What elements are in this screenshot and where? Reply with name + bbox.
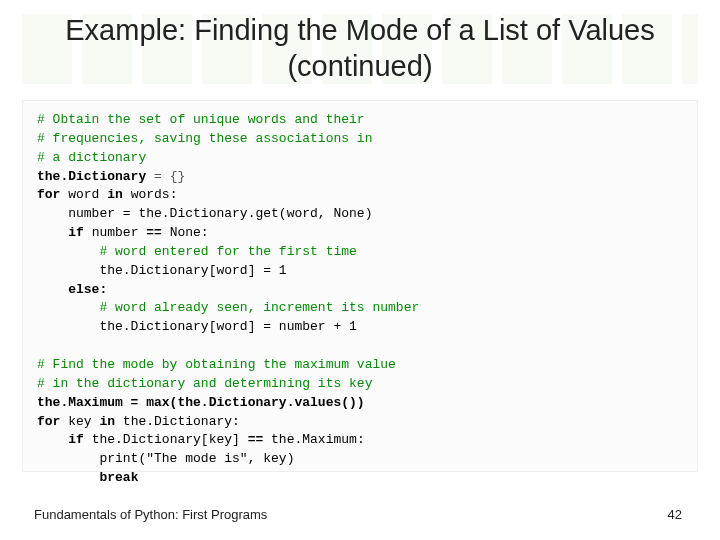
- code-token: words:: [123, 187, 178, 202]
- code-line: # word already seen, increment its numbe…: [37, 300, 419, 315]
- code-line: # word entered for the first time: [37, 244, 357, 259]
- code-line: # in the dictionary and determining its …: [37, 376, 372, 391]
- code-token: ==: [248, 432, 264, 447]
- code-line: the.Dictionary[word] = 1: [37, 263, 287, 278]
- code-keyword: for: [37, 414, 60, 429]
- footer-text: Fundamentals of Python: First Programs: [34, 507, 267, 522]
- code-token: ==: [146, 225, 162, 240]
- code-line: # frequencies, saving these associations…: [37, 131, 372, 146]
- code-listing: # Obtain the set of unique words and the…: [22, 100, 698, 472]
- code-line: the.Dictionary: [37, 169, 154, 184]
- code-keyword: if: [68, 432, 84, 447]
- code-line: # Find the mode by obtaining the maximum…: [37, 357, 396, 372]
- code-token: the.Maximum:: [263, 432, 364, 447]
- code-keyword: break: [99, 470, 138, 485]
- code-token: word: [60, 187, 107, 202]
- code-token: = {}: [154, 169, 185, 184]
- code-line: the.Maximum = max(the.Dictionary.values(…: [37, 395, 365, 410]
- code-keyword: in: [99, 414, 115, 429]
- code-indent: [37, 432, 68, 447]
- code-token: the.Dictionary:: [115, 414, 240, 429]
- code-line: the.Dictionary[word] = number + 1: [37, 319, 357, 334]
- code-line: print("The mode is", key): [37, 451, 294, 466]
- code-keyword: else:: [68, 282, 107, 297]
- code-keyword: in: [107, 187, 123, 202]
- code-indent: [37, 225, 68, 240]
- code-indent: [37, 470, 99, 485]
- code-line: number = the.Dictionary.get(word, None): [37, 206, 372, 221]
- code-token: number: [84, 225, 146, 240]
- slide-title: Example: Finding the Mode of a List of V…: [0, 12, 720, 85]
- page-number: 42: [668, 507, 682, 522]
- code-line: # Obtain the set of unique words and the…: [37, 112, 365, 127]
- code-line: # a dictionary: [37, 150, 146, 165]
- code-token: key: [60, 414, 99, 429]
- code-indent: [37, 282, 68, 297]
- code-token: None:: [162, 225, 209, 240]
- code-content: # Obtain the set of unique words and the…: [37, 111, 683, 488]
- code-keyword: if: [68, 225, 84, 240]
- code-token: the.Dictionary[key]: [84, 432, 248, 447]
- code-keyword: for: [37, 187, 60, 202]
